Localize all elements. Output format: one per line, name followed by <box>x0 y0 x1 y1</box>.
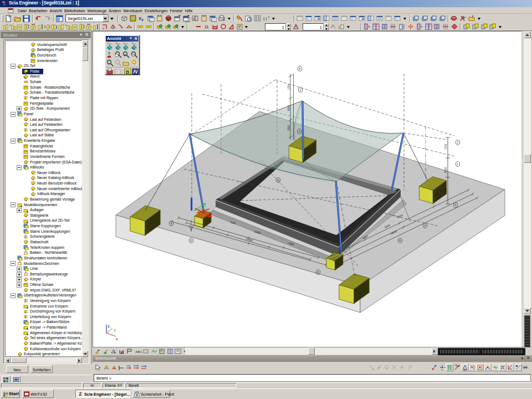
svg-text:8: 8 <box>424 224 426 227</box>
svg-text:?: ? <box>268 16 270 19</box>
svg-text:o: o <box>9 23 11 27</box>
svg-text:8: 8 <box>317 271 319 274</box>
svg-text:1700: 1700 <box>444 144 447 150</box>
svg-text:C: C <box>115 70 118 74</box>
svg-text:5000: 5000 <box>288 105 290 111</box>
svg-text:8: 8 <box>399 239 401 242</box>
svg-text:x: x <box>116 337 118 341</box>
svg-text:B: B <box>126 69 130 75</box>
svg-text:8: 8 <box>299 68 300 70</box>
svg-text:3300: 3300 <box>288 125 290 131</box>
svg-text:5: 5 <box>454 204 456 207</box>
svg-text:8: 8 <box>193 17 195 21</box>
svg-text:e: e <box>103 27 105 30</box>
svg-text:o: o <box>65 23 66 27</box>
svg-text:2: 2 <box>457 141 458 144</box>
svg-text:z: z <box>141 17 144 22</box>
svg-text:1: 1 <box>338 25 340 29</box>
svg-text:1750: 1750 <box>288 84 290 90</box>
svg-text:Y: Y <box>114 329 116 332</box>
svg-text:2: 2 <box>299 89 301 91</box>
svg-text:x: x <box>457 163 458 166</box>
svg-text:ABC: ABC <box>135 350 142 354</box>
svg-text:z: z <box>108 324 110 328</box>
svg-text:I: I <box>263 16 265 22</box>
svg-text:I: I <box>265 16 267 22</box>
svg-text:5000: 5000 <box>444 167 447 173</box>
svg-text:3300: 3300 <box>444 188 447 194</box>
svg-text:8: 8 <box>298 130 300 133</box>
svg-text:11: 11 <box>204 25 209 29</box>
svg-text:a: a <box>170 222 172 225</box>
svg-text:0: 0 <box>190 239 192 242</box>
